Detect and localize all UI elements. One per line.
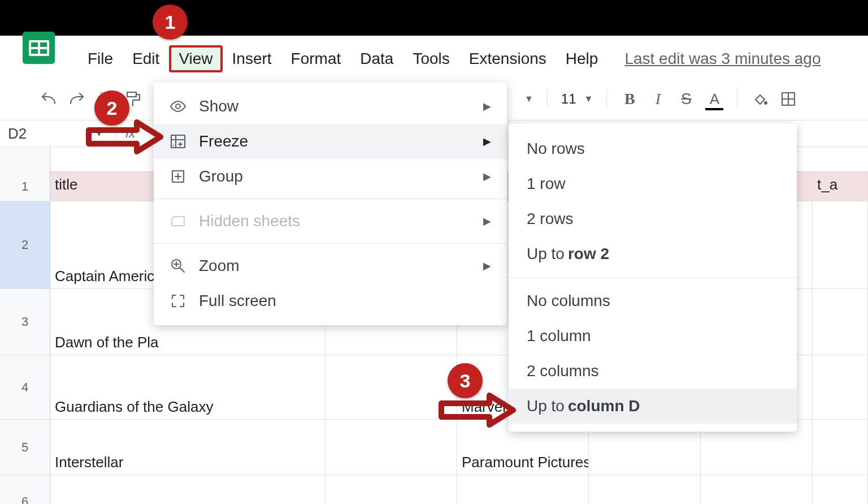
freeze-up-to-row-bold: row 2	[568, 245, 609, 263]
toolbar-separator	[547, 89, 548, 109]
name-box-value: D2	[8, 125, 27, 143]
cell[interactable]	[813, 201, 868, 288]
menu-divider	[509, 277, 797, 278]
cell[interactable]	[326, 420, 457, 475]
row-header[interactable]: 5	[0, 420, 50, 475]
view-menu-freeze-label: Freeze	[199, 132, 248, 150]
strikethrough-button[interactable]: S	[677, 90, 695, 108]
row-header[interactable]: 3	[0, 289, 50, 355]
row-header[interactable]: 2	[0, 201, 50, 288]
annotation-arrow-2	[86, 119, 165, 155]
freeze-2-columns[interactable]: 2 columns	[509, 354, 797, 389]
cell[interactable]	[813, 355, 868, 419]
view-menu-freeze[interactable]: Freeze ▶	[154, 124, 507, 159]
svg-rect-3	[127, 92, 136, 97]
text-color-button[interactable]: A	[705, 90, 723, 108]
italic-button[interactable]: I	[649, 90, 667, 108]
table-row: 6	[0, 475, 868, 504]
hidden-sheets-icon	[170, 213, 186, 230]
menu-tools[interactable]: Tools	[403, 45, 459, 72]
submenu-arrow-icon: ▶	[483, 260, 491, 272]
view-menu-full-screen[interactable]: Full screen	[154, 283, 507, 318]
redo-icon[interactable]	[68, 90, 86, 108]
view-menu-show[interactable]: Show ▶	[154, 89, 507, 124]
cell[interactable]	[457, 475, 589, 504]
freeze-up-to-col-bold: column D	[568, 397, 640, 415]
view-menu-show-label: Show	[199, 97, 238, 115]
annotation-step-3: 3	[448, 363, 483, 398]
cell[interactable]	[326, 475, 457, 504]
toolbar-font-dropdown-caret[interactable]: ▼	[524, 94, 533, 104]
select-all-corner[interactable]	[0, 147, 50, 172]
cell[interactable]	[50, 475, 326, 504]
freeze-1-column[interactable]: 1 column	[509, 318, 797, 354]
cell[interactable]	[701, 475, 813, 504]
borders-button[interactable]	[779, 90, 797, 108]
eye-icon	[170, 98, 186, 115]
svg-line-19	[180, 268, 184, 272]
view-menu-zoom[interactable]: Zoom ▶	[154, 248, 507, 283]
cell[interactable]	[813, 289, 868, 355]
menu-extensions[interactable]: Extensions	[459, 45, 556, 72]
cell[interactable]	[813, 475, 868, 504]
submenu-arrow-icon: ▶	[483, 135, 491, 148]
menu-file[interactable]: File	[78, 45, 123, 72]
font-size-selector[interactable]: 11 ▼	[561, 91, 593, 107]
freeze-2-rows[interactable]: 2 rows	[509, 201, 797, 236]
menu-format[interactable]: Format	[281, 45, 351, 72]
fullscreen-icon	[170, 292, 186, 309]
cell[interactable]	[813, 420, 868, 475]
menu-view[interactable]: View	[169, 45, 222, 72]
menu-insert[interactable]: Insert	[223, 45, 281, 72]
svg-point-4	[764, 101, 767, 105]
submenu-arrow-icon: ▶	[483, 170, 491, 183]
svg-point-8	[176, 104, 180, 109]
freeze-up-to-column[interactable]: Up to column D	[509, 389, 797, 424]
cell[interactable]: t_a	[813, 172, 868, 201]
toolbar-separator	[737, 89, 737, 109]
zoom-icon	[170, 257, 186, 274]
annotation-step-2: 2	[94, 91, 129, 126]
cell[interactable]: Guardians of the Galaxy	[50, 355, 326, 419]
menu-divider	[154, 199, 507, 199]
cell[interactable]: Interstellar	[50, 420, 326, 475]
freeze-no-rows[interactable]: No rows	[509, 131, 797, 166]
view-menu-hidden-sheets-label: Hidden sheets	[199, 212, 300, 230]
cell[interactable]	[326, 355, 457, 419]
view-menu-full-screen-label: Full screen	[199, 292, 276, 310]
font-size-caret[interactable]: ▼	[584, 94, 593, 104]
menu-help[interactable]: Help	[556, 45, 608, 72]
view-menu-dropdown: Show ▶ Freeze ▶ Group ▶ Hidden sheets ▶ …	[154, 82, 507, 325]
freeze-up-to-row[interactable]: Up to row 2	[509, 236, 797, 272]
freeze-1-row[interactable]: 1 row	[509, 166, 797, 201]
view-menu-group-label: Group	[199, 167, 243, 186]
submenu-arrow-icon: ▶	[483, 100, 491, 113]
annotation-arrow-3	[439, 392, 518, 428]
annotation-step-1: 1	[153, 5, 188, 40]
font-size-value: 11	[561, 91, 576, 107]
view-menu-group[interactable]: Group ▶	[154, 159, 507, 194]
row-header[interactable]: 1	[0, 172, 50, 201]
last-edit-link[interactable]: Last edit was 3 minutes ago	[624, 50, 821, 68]
freeze-no-columns[interactable]: No columns	[509, 283, 797, 318]
menu-data[interactable]: Data	[350, 45, 403, 72]
view-menu-zoom-label: Zoom	[199, 257, 240, 275]
undo-icon[interactable]	[40, 90, 58, 108]
fill-color-button[interactable]	[751, 90, 769, 108]
submenu-arrow-icon: ▶	[483, 215, 491, 227]
freeze-icon	[170, 133, 186, 150]
menu-divider	[154, 243, 507, 244]
cell[interactable]	[589, 475, 701, 504]
freeze-up-to-row-prefix: Up to	[527, 245, 565, 263]
bold-button[interactable]: B	[620, 90, 639, 108]
title-bar-blackout	[0, 0, 868, 36]
freeze-submenu: No rows 1 row 2 rows Up to row 2 No colu…	[509, 123, 797, 432]
view-menu-hidden-sheets: Hidden sheets ▶	[154, 204, 507, 239]
sheets-logo	[23, 32, 55, 64]
toolbar-separator	[606, 89, 607, 109]
menubar: File Edit View Insert Format Data Tools …	[0, 44, 868, 74]
freeze-up-to-col-prefix: Up to	[527, 397, 565, 415]
menu-edit[interactable]: Edit	[123, 45, 169, 72]
row-header[interactable]: 6	[0, 475, 50, 504]
row-header[interactable]: 4	[0, 355, 50, 419]
